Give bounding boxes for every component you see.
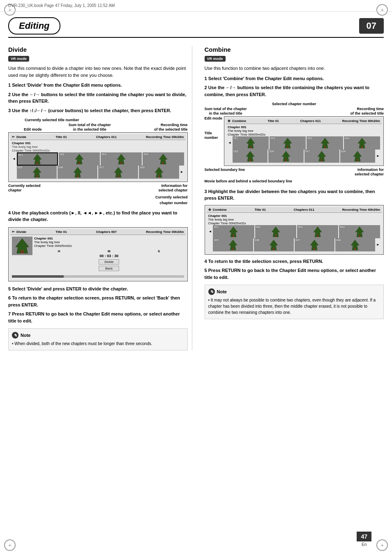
pb-chapter-label: Chapter 001	[34, 237, 184, 240]
callout-sum-label: Sum total of the chapterin the selected …	[69, 123, 111, 132]
c2-tree-8	[351, 240, 359, 250]
playback-tree-icon	[14, 238, 30, 253]
divide-screen1-body: Chapter 001 The lively big tree Chapter …	[10, 140, 186, 180]
c2-tree-3	[314, 226, 322, 237]
svg-rect-7	[162, 162, 164, 164]
combine-chapter-title: The lively big tree	[228, 129, 380, 133]
c2-thumb-008: 008	[335, 238, 375, 251]
divide-note-header: ✎ Note	[12, 332, 184, 339]
callout-edit-mode-combine: Edit mode	[205, 116, 223, 121]
screen-mode: ✂ Divide	[12, 135, 26, 139]
back-button[interactable]: Back	[99, 266, 119, 271]
thumb-005: 005	[17, 166, 57, 179]
svg-rect-9	[36, 175, 38, 177]
divide-screen1-header: ✂ Divide Title 01 Chapters 011 Recording…	[10, 134, 186, 140]
combine-step5: 5 Press RETURN to go back to the Chapter…	[205, 267, 384, 281]
time-h-label: H	[34, 249, 84, 253]
thumbnail-grid-row2: ◄ 005	[12, 166, 184, 179]
combine-intro: Use this function to combine two adjacen…	[205, 65, 384, 72]
page-number: 47	[357, 532, 371, 541]
meta-bar: DVR-230_UK.book Page 47 Friday, July 1, …	[0, 0, 392, 12]
combine-thumb-002: 002	[270, 136, 306, 150]
svg-rect-46	[273, 248, 274, 250]
time-s-label: S	[134, 249, 184, 253]
combine2-thumb-row2: ◄ 005	[208, 238, 380, 251]
left-arrow: ◄	[12, 157, 16, 161]
tree-icon-7	[114, 167, 122, 177]
svg-rect-44	[232, 248, 234, 250]
divide-note: ✎ Note When divided, both of the new cha…	[8, 328, 188, 350]
callout-info-combine: Information forselected chapter	[355, 168, 384, 177]
screen-chapters: Chapters 011	[96, 135, 117, 139]
divide-step1: 1 Select 'Divide' from the Chapter Edit …	[8, 82, 188, 89]
combine-thumb-row1: ◄ 001	[228, 136, 380, 150]
page-title: Editing	[19, 21, 50, 31]
c2-thumb-003: 003	[297, 225, 338, 238]
tree-icon	[33, 154, 42, 164]
progress-bar	[12, 275, 184, 278]
page-bottom: 47 En	[357, 532, 371, 547]
svg-rect-40	[317, 235, 318, 237]
combine2-chapter-time: Chapter Time 00h05m02s	[208, 221, 380, 225]
svg-rect-5	[120, 162, 122, 164]
combine2-right-arrow: ►	[376, 243, 380, 246]
corner-decoration-br	[376, 539, 388, 551]
divide-note-bullet: When divided, both of the new chapters m…	[12, 341, 184, 347]
chapter-number: 07	[359, 18, 384, 34]
combine-diagram2: ⊕ Combine Title 01 Chapters 011 Recordin…	[205, 205, 384, 255]
combine-step3: 3 Highlight the bar divider between the …	[205, 188, 384, 202]
chapter-time-text: Chapter Time 00h05m02s	[12, 149, 50, 152]
note-icon: ✎	[12, 332, 18, 339]
divide-section: Divide VR mode Use this command to divid…	[8, 46, 192, 350]
combine2-chapter-label: Chapter 001	[208, 214, 380, 218]
tree-icon-4	[159, 154, 167, 164]
thumb-008: 008	[139, 166, 179, 179]
svg-rect-20	[250, 146, 251, 148]
combine-thumb-005: 005	[233, 150, 267, 163]
combine-thumb-008: 008	[340, 150, 375, 163]
c2-thumb-006: 006	[254, 238, 294, 251]
svg-rect-13	[118, 175, 119, 177]
divide-icon: ✂	[12, 135, 15, 139]
c2-thumb-005: 005	[213, 238, 253, 251]
callout-currently-selected-chapter: Currently selectedchapter	[8, 184, 41, 193]
tree-icon-6	[74, 167, 82, 177]
divide-button[interactable]: Divide	[99, 259, 119, 265]
corner-decoration-bl	[4, 539, 16, 551]
divide-vr-badge: VR mode	[8, 56, 29, 62]
svg-rect-22	[287, 146, 288, 148]
svg-rect-48	[314, 248, 315, 250]
c2-thumb-002: 002	[255, 225, 296, 238]
combine-left-arrow: ◄	[228, 141, 232, 145]
tree-icon-5	[33, 167, 41, 177]
combine-right-arrow: ►	[376, 154, 380, 158]
thumb-007: 007	[98, 166, 138, 179]
progress-fill	[12, 275, 64, 278]
c2-tree-7	[310, 240, 318, 250]
c-tree-7	[318, 151, 326, 161]
svg-rect-34	[357, 159, 358, 161]
svg-rect-30	[285, 159, 287, 161]
thumb-004: 004	[143, 152, 184, 166]
divide-step6: 6 To return to the chapter selection scr…	[8, 295, 188, 308]
combine-thumb-001: 001	[233, 136, 269, 150]
divide-screen2-header: ✂ Divide Title 01 Chapters 007 Recording…	[10, 229, 186, 235]
combine-vr-badge: VR mode	[205, 56, 226, 62]
combine-note-icon: ✎	[208, 288, 215, 295]
divide-intro: Use this command to divide a chapter int…	[8, 65, 188, 78]
combine-step4: 4 To return to the title selection scree…	[205, 258, 384, 265]
tree-icon-8	[155, 167, 163, 177]
callout-info-selected-chapter: Information forselected chapter	[158, 184, 187, 193]
svg-rect-3	[78, 162, 80, 164]
divide-screen1: ✂ Divide Title 01 Chapters 011 Recording…	[8, 132, 188, 182]
svg-rect-32	[321, 159, 323, 161]
callout-sum-combine: Sum total of the chapterin the selected …	[205, 107, 247, 116]
divide-step3: 3 Use the ↑/↓/←/→ (cursor buttons) to se…	[8, 107, 188, 114]
playback-thumbnail	[12, 237, 32, 255]
combine-step2: 2 Use the ←/→ buttons to select the titl…	[205, 84, 384, 98]
callout-selected-boundary: Selected boundary line	[205, 168, 245, 177]
tree-icon-2	[75, 154, 83, 164]
combine-section: Combine VR mode Use this function to com…	[201, 46, 384, 350]
thumb-003: 003	[101, 152, 142, 166]
playback-info-panel: Chapter 001 The lively big tree Chapter …	[34, 237, 184, 272]
